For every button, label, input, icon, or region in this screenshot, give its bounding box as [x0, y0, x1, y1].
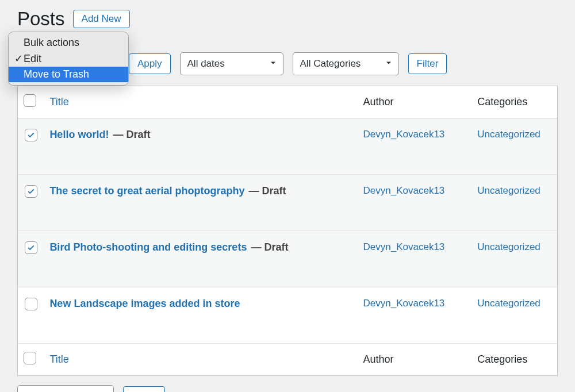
column-footer-categories: Categories — [471, 344, 557, 376]
posts-table: Title Author Categories Hello world! — D… — [17, 86, 558, 376]
categories-filter-select[interactable]: All Categories — [293, 52, 399, 75]
author-link[interactable]: Devyn_Kovacek13 — [363, 241, 445, 252]
bulk-option-bulk-actions[interactable]: Bulk actions — [9, 35, 128, 51]
row-checkbox[interactable] — [25, 298, 37, 310]
post-title-link[interactable]: Hello world! — [49, 129, 109, 140]
category-link[interactable]: Uncategorized — [477, 241, 540, 252]
draft-badge: — Draft — [248, 241, 288, 253]
toolbar-bottom: Edit Apply — [17, 376, 558, 392]
post-title-link[interactable]: The secret to great aerial phoptography — [49, 185, 244, 197]
toolbar-top: Bulk actions ✓ Edit Move to Trash Apply … — [17, 52, 558, 86]
author-link[interactable]: Devyn_Kovacek13 — [363, 129, 445, 140]
column-footer-author: Author — [358, 344, 472, 376]
post-title-link[interactable]: New Landscape images added in store — [49, 298, 240, 309]
category-link[interactable]: Uncategorized — [477, 298, 540, 309]
apply-button-bottom[interactable]: Apply — [123, 386, 165, 392]
category-link[interactable]: Uncategorized — [477, 129, 540, 140]
filter-button[interactable]: Filter — [408, 53, 447, 74]
draft-badge: — Draft — [110, 129, 150, 140]
category-link[interactable]: Uncategorized — [477, 185, 540, 196]
row-checkbox[interactable] — [25, 241, 37, 254]
apply-button-top[interactable]: Apply — [129, 53, 171, 74]
row-checkbox[interactable] — [25, 129, 37, 141]
table-row: New Landscape images added in store Devy… — [18, 287, 558, 344]
page-title: Posts — [17, 8, 65, 30]
bulk-option-edit[interactable]: ✓ Edit — [9, 51, 128, 67]
select-all-checkbox-bottom[interactable] — [24, 352, 36, 364]
row-checkbox[interactable] — [25, 185, 37, 198]
bulk-actions-select-bottom[interactable]: Edit — [17, 385, 114, 392]
column-header-author: Author — [358, 86, 472, 118]
add-new-button[interactable]: Add New — [73, 10, 130, 28]
author-link[interactable]: Devyn_Kovacek13 — [363, 298, 445, 309]
dates-filter-select[interactable]: All dates — [180, 52, 283, 75]
table-row: Hello world! — Draft Devyn_Kovacek13 Unc… — [18, 118, 558, 175]
select-all-checkbox-top[interactable] — [24, 94, 36, 107]
table-row: The secret to great aerial phoptography … — [18, 175, 558, 231]
author-link[interactable]: Devyn_Kovacek13 — [363, 185, 445, 196]
checkmark-icon: ✓ — [13, 52, 24, 65]
column-header-title[interactable]: Title — [49, 96, 68, 107]
post-title-link[interactable]: Bird Photo-shooting and editing secrets — [49, 241, 247, 253]
bulk-actions-dropdown-open[interactable]: Bulk actions ✓ Edit Move to Trash — [8, 32, 129, 86]
bulk-option-move-to-trash[interactable]: Move to Trash — [9, 67, 128, 82]
draft-badge: — Draft — [246, 185, 286, 197]
column-footer-title[interactable]: Title — [49, 353, 68, 365]
table-row: Bird Photo-shooting and editing secrets … — [18, 231, 558, 287]
column-header-categories: Categories — [471, 86, 557, 118]
